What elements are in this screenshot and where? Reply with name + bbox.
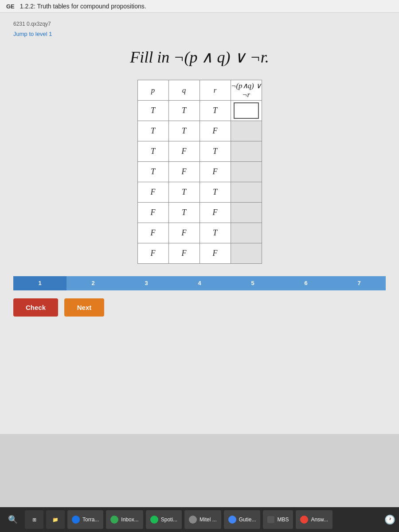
taskbar-app-inbox[interactable]: Inbox...: [106, 510, 143, 529]
taskbar-app-answ[interactable]: Answ...: [296, 510, 332, 529]
breadcrumb: 6231 0.qx3zqy7: [13, 21, 386, 27]
taskbar-app-torra[interactable]: Torra...: [67, 510, 103, 529]
table-row: F F F: [137, 243, 262, 264]
taskbar-app-mitel[interactable]: Mitel ...: [184, 510, 221, 529]
cell-r: F: [200, 121, 231, 141]
mitel-label: Mitel ...: [200, 516, 217, 523]
cell-r: F: [200, 243, 231, 264]
top-bar-label: GE: [6, 3, 15, 10]
check-button[interactable]: Check: [13, 298, 58, 317]
cell-r: T: [200, 182, 231, 203]
gutie-dot: [228, 516, 236, 524]
cell-p: T: [137, 141, 168, 162]
col-header-formula: ¬(p∧q) ∨ ¬r: [231, 80, 262, 101]
spoti-dot: [150, 516, 158, 524]
mbs-label: MBS: [277, 516, 289, 523]
torra-label: Torra...: [82, 516, 99, 523]
cell-r: F: [200, 203, 231, 223]
answ-dot: [300, 516, 308, 524]
cell-p: F: [137, 203, 168, 223]
clock-icon: 🕐: [384, 514, 395, 525]
cell-q: T: [168, 121, 200, 141]
answer-cell-3[interactable]: [231, 141, 262, 162]
cell-q: F: [168, 243, 200, 264]
answer-cell-8[interactable]: [231, 243, 262, 264]
page-1[interactable]: 1: [13, 276, 66, 290]
cell-p: T: [137, 162, 168, 182]
taskbar-right: 🕐: [384, 514, 395, 525]
cell-r: T: [200, 141, 231, 162]
main-content: 6231 0.qx3zqy7 Jump to level 1 Fill in ¬…: [0, 13, 399, 434]
cell-q: F: [168, 162, 200, 182]
answer-cell-4[interactable]: [231, 162, 262, 182]
col-header-r: r: [200, 80, 231, 101]
cell-r: T: [200, 101, 231, 121]
search-icon[interactable]: 🔍: [4, 510, 22, 529]
pagination-bar: 1 2 3 4 5 6 7: [13, 276, 386, 290]
taskbar-app-spoti[interactable]: Spoti...: [146, 510, 182, 529]
page-3[interactable]: 3: [120, 276, 173, 290]
answer-cell-6[interactable]: [231, 203, 262, 223]
answer-cell-5[interactable]: [231, 182, 262, 203]
cell-p: F: [137, 223, 168, 243]
buttons-row: Check Next: [13, 298, 386, 317]
table-row: F F T: [137, 223, 262, 243]
answer-cell-1[interactable]: [231, 101, 262, 121]
cell-p: F: [137, 182, 168, 203]
taskview-icon[interactable]: ⊞: [25, 510, 43, 529]
table-row: F T T: [137, 182, 262, 203]
cell-q: T: [168, 101, 200, 121]
cell-p: T: [137, 121, 168, 141]
next-button[interactable]: Next: [64, 298, 104, 317]
inbox-dot: [110, 516, 118, 524]
question-title: Fill in ¬(p ∧ q) ∨ ¬r.: [13, 48, 386, 66]
page-4[interactable]: 4: [173, 276, 226, 290]
cell-q: T: [168, 203, 200, 223]
inbox-label: Inbox...: [121, 516, 138, 523]
mitel-dot: [189, 516, 197, 524]
cell-r: T: [200, 223, 231, 243]
answ-label: Answ...: [311, 516, 328, 523]
col-header-p: p: [137, 80, 168, 101]
cell-r: F: [200, 162, 231, 182]
jump-to-level-link[interactable]: Jump to level 1: [13, 31, 52, 37]
page-6[interactable]: 6: [279, 276, 332, 290]
table-row: T T F: [137, 121, 262, 141]
col-header-q: q: [168, 80, 200, 101]
top-bar: GE 1.2.2: Truth tables for compound prop…: [0, 0, 399, 13]
torra-dot: [72, 516, 80, 524]
gutie-label: Gutie...: [239, 516, 256, 523]
answer-cell-2[interactable]: [231, 121, 262, 141]
taskbar-app-gutie[interactable]: Gutie...: [224, 510, 261, 529]
question-prefix: Fill in: [130, 48, 173, 66]
filemanager-icon[interactable]: 📁: [46, 510, 65, 529]
question-formula: ¬(p ∧ q) ∨ ¬r.: [173, 48, 269, 66]
page-5[interactable]: 5: [226, 276, 279, 290]
cell-p: F: [137, 243, 168, 264]
answer-cell-7[interactable]: [231, 223, 262, 243]
page-7[interactable]: 7: [332, 276, 386, 290]
cell-q: F: [168, 141, 200, 162]
cell-q: T: [168, 182, 200, 203]
taskbar: 🔍 ⊞ 📁 Torra... Inbox... Spoti... Mitel .…: [0, 507, 399, 532]
top-bar-title: 1.2.2: Truth tables for compound proposi…: [20, 3, 146, 10]
cell-q: F: [168, 223, 200, 243]
table-row: F T F: [137, 203, 262, 223]
mbs-dot: [267, 516, 274, 523]
cell-p: T: [137, 101, 168, 121]
table-row: T F F: [137, 162, 262, 182]
spoti-label: Spoti...: [161, 516, 177, 523]
page-2[interactable]: 2: [66, 276, 120, 290]
truth-table: p q r ¬(p∧q) ∨ ¬r T T T T T F: [137, 80, 262, 264]
taskbar-app-mbs[interactable]: MBS: [263, 510, 293, 529]
truth-table-container: p q r ¬(p∧q) ∨ ¬r T T T T T F: [13, 80, 386, 264]
table-row: T F T: [137, 141, 262, 162]
table-row: T T T: [137, 101, 262, 121]
